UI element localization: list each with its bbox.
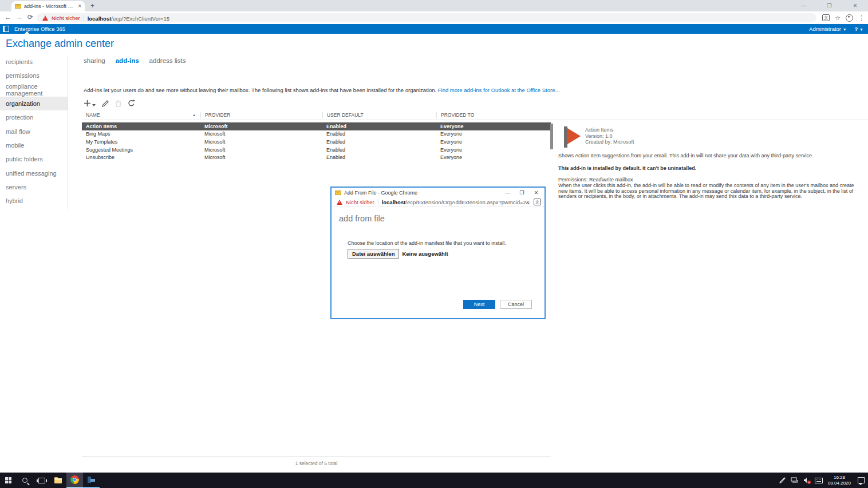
dialog-title-bar[interactable]: Add From File - Google Chrome — ❐ ✕ (332, 188, 545, 197)
dialog-address-bar[interactable]: Nicht sicher localhost/ecp/Extension/Org… (332, 197, 545, 207)
description-text: Add-ins let your users do and see more w… (84, 87, 438, 93)
column-header-provided-to[interactable]: PROVIDED TO (436, 112, 551, 118)
translate-icon[interactable]: 文 (534, 199, 541, 205)
pen-icon[interactable] (779, 477, 786, 483)
taskbar-search-button[interactable] (17, 473, 33, 488)
network-icon[interactable] (791, 477, 798, 483)
user-menu[interactable]: Administrator ▼ (809, 26, 847, 32)
list-toolbar (84, 99, 135, 108)
cell-user-default: Enabled (322, 124, 436, 129)
dialog-url-path: /ecp/Extension/OrgAddExtension.aspx?pwmc… (405, 199, 530, 205)
tab-sharing[interactable]: sharing (84, 57, 105, 64)
cell-user-default: Enabled (322, 154, 436, 160)
sidebar-divider (68, 56, 68, 209)
window-close-button[interactable]: ✕ (842, 0, 868, 11)
dialog-instruction: Choose the location of the add-in manife… (348, 240, 506, 246)
cell-user-default: Enabled (322, 131, 436, 137)
list-footer-divider (82, 456, 551, 457)
next-button[interactable]: Next (463, 300, 495, 309)
table-row[interactable]: Suggested Meetings Microsoft Enabled Eve… (82, 146, 551, 154)
eac-header-bar: Enterprise Office 365 Administrator ▼ ? … (0, 24, 868, 34)
sidebar-item-mobile[interactable]: mobile (0, 138, 68, 152)
column-header-user-default[interactable]: USER DEFAULT (322, 112, 436, 118)
back-icon[interactable]: ← (5, 13, 11, 21)
office-store-link[interactable]: Find more add-ins for Outlook at the Off… (438, 87, 560, 93)
task-view-button[interactable] (33, 473, 50, 488)
edit-button[interactable] (102, 100, 109, 107)
details-summary: Shows Action Item suggestions from your … (558, 153, 865, 158)
reload-icon[interactable]: ⟳ (27, 13, 33, 21)
sidebar-item-public-folders[interactable]: public folders (0, 152, 68, 166)
scrollbar-thumb[interactable] (550, 124, 553, 149)
task-view-icon (38, 478, 45, 483)
window-minimize-button[interactable]: — (791, 0, 816, 11)
column-header-name[interactable]: NAME▲ (82, 112, 200, 118)
sidebar-item-protection[interactable]: protection (0, 110, 68, 124)
dialog-minimize-button[interactable]: — (500, 188, 515, 197)
delete-button[interactable] (115, 100, 121, 107)
sidebar-item-unified-messaging[interactable]: unified messaging (0, 166, 68, 180)
chevron-down-icon: ▼ (843, 27, 847, 31)
new-tab-button[interactable]: + (90, 2, 94, 10)
volume-muted-icon[interactable]: × (803, 477, 810, 483)
refresh-button[interactable] (128, 100, 135, 107)
chrome-menu-icon[interactable]: ⋮ (858, 13, 865, 22)
window-maximize-button[interactable]: ❐ (816, 0, 842, 11)
sort-ascending-icon: ▲ (192, 112, 196, 118)
sidebar-item-permissions[interactable]: permissions (0, 69, 68, 82)
chrome-taskbar-button[interactable] (66, 473, 83, 488)
security-warning-icon (42, 15, 48, 21)
mute-badge-icon: × (807, 481, 811, 484)
cell-name: My Templates (82, 139, 200, 145)
add-button[interactable] (84, 100, 96, 107)
toolbar-right-icons: 文 ☆ ⋮ (822, 13, 865, 22)
sidebar-item-hybrid[interactable]: hybrid (0, 194, 68, 208)
cell-provider: Microsoft (200, 147, 322, 153)
translate-icon[interactable]: 文 (822, 14, 830, 21)
bookmark-star-icon[interactable]: ☆ (835, 13, 841, 22)
profile-avatar-icon[interactable] (846, 14, 853, 22)
app-taskbar-button[interactable] (83, 473, 100, 488)
table-row[interactable]: Bing Maps Microsoft Enabled Everyone (82, 130, 551, 138)
table-row[interactable]: Unsubscribe Microsoft Enabled Everyone (82, 153, 551, 161)
details-created-by: Created by: Microsoft (585, 139, 634, 145)
help-menu[interactable]: ? ▼ (855, 26, 863, 32)
server-app-icon (88, 477, 95, 483)
cell-name: Bing Maps (82, 131, 200, 137)
exchange-favicon-icon (335, 191, 341, 195)
permissions-text: When the user clicks this add-in, the ad… (558, 183, 863, 200)
url-host: localhost (88, 15, 112, 22)
sidebar-item-recipients[interactable]: recipients (0, 55, 68, 69)
action-items-flag-icon (567, 128, 581, 144)
dialog-close-button[interactable]: ✕ (529, 188, 543, 197)
sidebar-item-compliance-management[interactable]: compliance management (0, 83, 68, 97)
cancel-button[interactable]: Cancel (500, 300, 532, 309)
action-center-icon[interactable] (858, 477, 865, 483)
taskbar-clock[interactable]: 16:28 09.04.2020 (828, 475, 851, 486)
browser-tab[interactable]: add-ins - Microsoft Exchange × (11, 1, 85, 11)
dialog-maximize-button[interactable]: ❐ (515, 188, 529, 197)
system-tray: × 16:28 09.04.2020 (779, 473, 868, 488)
taskbar: × 16:28 09.04.2020 (0, 473, 868, 488)
start-button[interactable] (0, 473, 17, 488)
tab-address-lists[interactable]: address lists (149, 57, 186, 64)
security-label[interactable]: Nicht sicher (52, 15, 80, 21)
sidebar-item-organization[interactable]: organization (0, 97, 68, 110)
tab-enterprise[interactable]: Enterprise (14, 24, 39, 34)
address-bar[interactable]: Nicht sicher localhost/ecp/?ExchClientVe… (37, 13, 816, 22)
table-row[interactable]: My Templates Microsoft Enabled Everyone (82, 138, 551, 146)
tab-add-ins[interactable]: add-ins (116, 57, 139, 64)
window-controls: — ❐ ✕ (791, 0, 868, 11)
tab-office-365[interactable]: Office 365 (41, 24, 65, 34)
sidebar-item-servers[interactable]: servers (0, 180, 68, 194)
tab-close-icon[interactable]: × (78, 3, 81, 9)
file-input: Datei auswählen Keine ausgewählt (348, 249, 448, 259)
sidebar-item-mail-flow[interactable]: mail flow (0, 124, 68, 138)
choose-file-button[interactable]: Datei auswählen (348, 249, 399, 259)
forward-icon[interactable]: → (16, 13, 23, 21)
touch-keyboard-icon[interactable] (815, 478, 823, 483)
dialog-window-controls: — ❐ ✕ (500, 188, 543, 197)
table-row[interactable]: Action Items Microsoft Enabled Everyone (82, 122, 551, 130)
column-header-provider[interactable]: PROVIDER (200, 112, 322, 118)
file-explorer-button[interactable] (50, 473, 66, 488)
